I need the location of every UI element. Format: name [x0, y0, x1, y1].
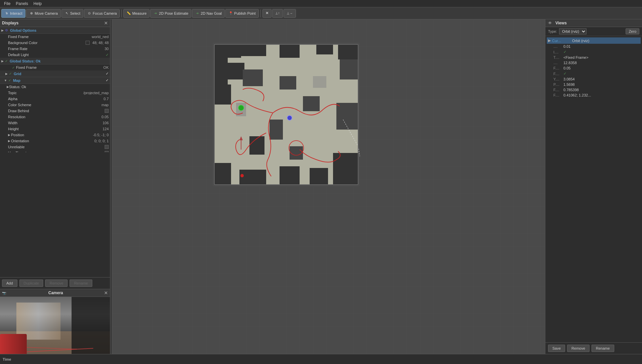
map-checkbox[interactable]: ✓	[106, 78, 109, 82]
views-rename-button[interactable]: Rename	[592, 345, 614, 352]
status-ok-icon: ✓	[5, 59, 8, 63]
view-prop-7-value: 3.0854	[563, 77, 639, 81]
map-status-row[interactable]: ▶ Status: Ok	[0, 84, 110, 90]
background-color-row[interactable]: Background Color 48; 48; 48	[0, 40, 110, 46]
default-light-label: Default Light	[8, 53, 104, 57]
svg-rect-18	[280, 76, 296, 89]
remove-button[interactable]: Remove	[45, 280, 68, 287]
map-draw-behind-checkbox[interactable]	[105, 109, 109, 113]
map-resolution-row[interactable]: Resolution 0.05	[0, 114, 110, 120]
focus-camera-button[interactable]: ⊙ Focus Camera	[84, 9, 120, 18]
view-prop-10-dots: F....	[553, 93, 563, 97]
map-width-row[interactable]: Width 106	[0, 120, 110, 126]
axis-y-button[interactable]: ⊥↑	[272, 9, 283, 18]
views-remove-button[interactable]: Remove	[567, 345, 590, 352]
views-type-select[interactable]: Orbit (rviz)	[559, 28, 586, 34]
expand-arrow-orientation: ▶	[8, 139, 10, 143]
view-prop-5-dots: F....	[553, 66, 563, 70]
views-type-row: Type: Orbit (rviz) Zero	[545, 27, 642, 36]
nav-goal-icon: ➜	[195, 11, 200, 16]
expand-arrow-map: ▼	[4, 79, 7, 82]
menu-panels[interactable]: Panels	[13, 1, 31, 7]
pose-estimate-button[interactable]: ➜ 2D Pose Estimate	[150, 9, 191, 18]
rename-button[interactable]: Rename	[70, 280, 92, 287]
map-height-label: Height	[8, 127, 101, 131]
publish-point-button[interactable]: 📍 Publish Point	[225, 9, 258, 18]
map-section[interactable]: ▼ ✓ Map ✓	[0, 77, 110, 84]
svg-rect-14	[239, 170, 266, 185]
map-topic-value: /projected_map	[83, 91, 109, 95]
3d-view[interactable]	[112, 19, 545, 354]
map-orientation-value: 0; 0; 0; 1	[94, 139, 109, 143]
global-options-section[interactable]: ▶ ⚙ Global Options	[0, 27, 110, 34]
global-status-section[interactable]: ▶ ✓ Global Status: Ok	[0, 58, 110, 64]
view-prop-8[interactable]: P.... 1.5698	[547, 82, 641, 87]
svg-rect-2	[214, 44, 241, 58]
svg-rect-15	[280, 166, 300, 185]
camera-preview-close[interactable]: ✕	[104, 290, 108, 296]
menu-help[interactable]: Help	[31, 1, 44, 7]
displays-buttons: Add Duplicate Remove Rename	[0, 277, 110, 289]
expand-arrow-status: ▶	[1, 59, 4, 63]
pose-estimate-icon: ➜	[153, 11, 158, 16]
frame-rate-row[interactable]: Frame Rate 30	[0, 46, 110, 52]
select-icon: ↖	[65, 11, 69, 16]
map-orientation-row[interactable]: ▶ Orientation 0; 0; 0; 1	[0, 138, 110, 144]
map-label: Map	[13, 78, 20, 82]
view-prop-5[interactable]: F.... 0.05	[547, 65, 641, 71]
fixed-frame-row[interactable]: Fixed Frame world_ned	[0, 34, 110, 40]
views-type-label: Type:	[548, 29, 557, 33]
view-prop-4[interactable]: .... 12.8358	[547, 60, 641, 65]
move-camera-button[interactable]: ⊕ Move Camera	[26, 9, 61, 18]
status-fixed-frame-icon: ✓	[12, 66, 15, 69]
map-draw-behind-row[interactable]: Draw Behind	[0, 108, 110, 114]
map-position-value: -0.5; -1; 0	[93, 133, 109, 137]
menu-file[interactable]: File	[1, 1, 13, 7]
svg-rect-5	[214, 84, 231, 105]
map-height-row[interactable]: Height 124	[0, 126, 110, 132]
axis-z-button[interactable]: ⊥→	[284, 9, 296, 18]
svg-rect-22	[290, 146, 303, 160]
displays-close-button[interactable]: ✕	[104, 20, 108, 26]
view-prop-2[interactable]: I.... ✓	[547, 49, 641, 55]
displays-title: Displays	[2, 21, 18, 25]
view-prop-3[interactable]: T.... <Fixed Frame>	[547, 55, 641, 60]
background-color-value: 48; 48; 48	[92, 41, 109, 45]
map-position-row[interactable]: ▶ Position -0.5; -1; 0	[0, 132, 110, 138]
view-item-current[interactable]: ▶ Cur... Orbit (rviz)	[547, 37, 641, 44]
background-color-swatch	[86, 41, 90, 45]
global-status-fixed-frame-row[interactable]: ✓ Fixed Frame OK	[0, 64, 110, 70]
view-prop-6-dots: F....	[553, 72, 563, 76]
view-prop-1[interactable]: .... 0.01	[547, 44, 641, 49]
grid-checkbox[interactable]: ✓	[106, 71, 109, 75]
interact-button[interactable]: 🖱 Interact	[1, 9, 25, 18]
view-prop-9[interactable]: F.... 0.785398	[547, 87, 641, 93]
map-unreliable-row[interactable]: Unreliable	[0, 144, 110, 150]
map-color-scheme-row[interactable]: Color Scheme map	[0, 102, 110, 108]
focus-camera-icon: ⊙	[87, 11, 92, 16]
views-save-button[interactable]: Save	[548, 345, 565, 352]
view-prop-7[interactable]: Y.... 3.0854	[547, 76, 641, 82]
map-topic-row[interactable]: Topic /projected_map	[0, 90, 110, 96]
grid-label: Grid	[14, 72, 21, 76]
map-alpha-row[interactable]: Alpha 0.7	[0, 96, 110, 102]
default-light-row[interactable]: Default Light ✓	[0, 52, 110, 58]
svg-rect-11	[336, 103, 358, 130]
add-button[interactable]: Add	[2, 280, 17, 287]
publish-point-icon: 📍	[228, 11, 233, 16]
view-prop-10[interactable]: F.... 0.41062; 1.232...	[547, 93, 641, 98]
displays-tree[interactable]: ▶ ⚙ Global Options Fixed Frame world_ned…	[0, 27, 110, 152]
views-zero-button[interactable]: Zero	[626, 28, 639, 34]
map-unreliable-checkbox[interactable]	[105, 145, 109, 149]
nav-goal-button[interactable]: ➜ 2D Nav Goal	[192, 9, 225, 18]
duplicate-button[interactable]: Duplicate	[19, 280, 43, 287]
camera-panel-icon: 📷	[2, 291, 6, 295]
measure-button[interactable]: 📏 Measure	[123, 9, 149, 18]
map-topic-label: Topic	[8, 91, 82, 95]
select-button[interactable]: ↖ Select	[62, 9, 84, 18]
grid-section[interactable]: ▶ ✓ Grid ✓	[0, 70, 110, 77]
views-buttons: Save Remove Rename	[545, 342, 642, 354]
axis-x-button[interactable]: ✕	[262, 9, 272, 18]
move-camera-icon: ⊕	[29, 11, 34, 16]
view-prop-6[interactable]: F.... ✓	[547, 71, 641, 76]
